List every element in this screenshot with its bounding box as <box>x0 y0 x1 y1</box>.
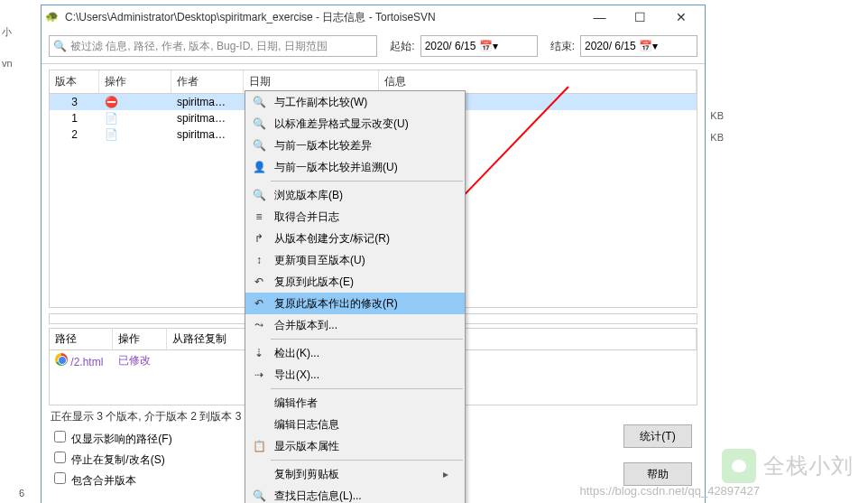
stats-button[interactable]: 统计(T) <box>623 424 692 448</box>
menu-item-icon: ⇣ <box>249 347 269 359</box>
menu-item[interactable]: ≡取得合并日志 <box>245 206 465 228</box>
menu-item-label: 复原此版本作出的修改(R) <box>269 296 448 312</box>
pcell-path: /2.html <box>50 350 113 371</box>
menu-item[interactable]: 🔍查找日志信息(L)... <box>245 485 465 503</box>
chrome-icon <box>55 353 68 366</box>
menu-item-icon: 🔍 <box>249 189 269 201</box>
menu-item-label: 导出(X)... <box>269 368 448 383</box>
menu-item[interactable]: 📋显示版本属性 <box>245 435 465 457</box>
menu-item[interactable]: 🔍以标准差异格式显示改变(U) <box>245 113 465 135</box>
menu-item[interactable]: ⇢导出(X)... <box>245 364 465 386</box>
menu-item-label: 浏览版本库(B) <box>269 188 448 203</box>
menu-item-label: 更新项目至版本(U) <box>269 253 448 268</box>
cell-author: spiritma… <box>171 126 244 145</box>
cell-author: spiritma… <box>171 94 244 110</box>
menu-item-label: 检出(K)... <box>269 346 448 361</box>
cell-rev: 2 <box>50 126 99 145</box>
bg-num-text: 6 <box>19 488 24 498</box>
menu-item-icon: 🔍 <box>249 489 269 502</box>
end-date-value: 2020/ 6/15 <box>585 40 639 52</box>
menu-item-icon: ↶ <box>249 275 269 288</box>
menu-item-label: 以标准差异格式显示改变(U) <box>269 116 448 132</box>
cell-op: 📄 <box>99 126 171 145</box>
calendar-icon: 📅▾ <box>639 40 693 52</box>
menu-item-label: 编辑日志信息 <box>269 417 448 433</box>
app-icon: 🐢 <box>45 10 60 24</box>
menu-item[interactable]: ↕更新项目至版本(U) <box>245 249 465 271</box>
filter-input[interactable]: 🔍 被过滤 信息, 路径, 作者, 版本, Bug-ID, 日期, 日期范围 <box>49 35 377 57</box>
menu-item[interactable]: 🔍与前一版本比较差异 <box>245 135 465 156</box>
watermark: 全栈小刘 <box>722 449 854 483</box>
col-op[interactable]: 操作 <box>99 70 171 93</box>
menu-item-label: 显示版本属性 <box>269 439 448 454</box>
menu-item[interactable]: ⤳合并版本到... <box>245 314 465 336</box>
close-button[interactable]: ✕ <box>660 5 701 29</box>
menu-item-icon: ⤳ <box>249 319 269 331</box>
menu-item-label: 复原到此版本(E) <box>269 275 448 290</box>
menu-item[interactable]: 🔍浏览版本库(B) <box>245 184 465 206</box>
cell-op: ⛔ <box>99 94 171 110</box>
submenu-arrow-icon: ▸ <box>443 468 448 480</box>
cell-author: spiritma… <box>171 110 244 126</box>
bg-kb1: KB <box>710 110 724 121</box>
pcol-op[interactable]: 操作 <box>113 329 167 349</box>
minimize-button[interactable]: — <box>579 5 620 29</box>
menu-item[interactable]: 🔍与工作副本比较(W) <box>245 91 465 113</box>
start-date-picker[interactable]: 2020/ 6/15 📅▾ <box>420 35 538 57</box>
menu-item-icon: 📋 <box>249 440 269 452</box>
calendar-icon: 📅▾ <box>479 40 533 52</box>
menu-item[interactable]: ↱从版本创建分支/标记(R) <box>245 228 465 249</box>
menu-item-icon: 🔍 <box>249 96 269 108</box>
pcell-copy <box>167 350 248 371</box>
col-rev[interactable]: 版本 <box>50 70 99 93</box>
menu-item-icon: ↶ <box>249 297 269 310</box>
menu-item[interactable]: 👤与前一版本比较并追溯(U) <box>245 156 465 178</box>
pcell-op: 已修改 <box>113 350 167 371</box>
menu-item-icon: ≡ <box>249 210 269 223</box>
menu-item-label: 复制到剪贴板 <box>269 467 443 482</box>
filter-placeholder: 被过滤 信息, 路径, 作者, 版本, Bug-ID, 日期, 日期范围 <box>70 39 328 54</box>
menu-item[interactable]: 复制到剪贴板▸ <box>245 463 465 485</box>
start-date-value: 2020/ 6/15 <box>425 40 479 52</box>
context-menu: 🔍与工作副本比较(W)🔍以标准差异格式显示改变(U)🔍与前一版本比较差异👤与前一… <box>245 90 466 503</box>
bg-vn-text: vn <box>2 58 13 69</box>
end-date-picker[interactable]: 2020/ 6/15 📅▾ <box>580 35 697 57</box>
menu-item-label: 与前一版本比较差异 <box>269 138 448 154</box>
menu-item-icon: ↕ <box>249 254 269 266</box>
window-title: C:\Users\Administrator\Desktop\spiritmar… <box>65 10 579 25</box>
filter-toolbar: 🔍 被过滤 信息, 路径, 作者, 版本, Bug-ID, 日期, 日期范围 起… <box>42 29 705 64</box>
bg-kb2: KB <box>710 132 724 143</box>
menu-item-label: 与前一版本比较并追溯(U) <box>269 160 448 175</box>
menu-item-label: 合并版本到... <box>269 318 448 333</box>
menu-item[interactable]: 编辑作者 <box>245 392 465 414</box>
maximize-button[interactable]: ☐ <box>620 5 660 29</box>
pcol-copy[interactable]: 从路径复制 <box>167 329 248 349</box>
col-author[interactable]: 作者 <box>171 70 244 93</box>
bg-left-text: 小 <box>2 25 12 39</box>
cell-rev: 3 <box>50 94 99 110</box>
menu-item[interactable]: ↶复原此版本作出的修改(R) <box>245 293 465 314</box>
pcol-path[interactable]: 路径 <box>50 329 113 349</box>
menu-item-label: 取得合并日志 <box>269 210 448 225</box>
menu-item-label: 编辑作者 <box>269 396 448 411</box>
menu-item-icon: 👤 <box>249 161 269 173</box>
menu-item-icon: 🔍 <box>249 117 269 130</box>
search-icon: 🔍 <box>53 40 67 52</box>
menu-item[interactable]: 编辑日志信息 <box>245 414 465 435</box>
cell-rev: 1 <box>50 110 99 126</box>
wechat-icon <box>722 449 756 483</box>
menu-item-icon: ↱ <box>249 232 269 245</box>
help-button[interactable]: 帮助 <box>623 462 692 486</box>
menu-item-label: 查找日志信息(L)... <box>269 489 448 504</box>
menu-item[interactable]: ↶复原到此版本(E) <box>245 271 465 293</box>
start-label: 起始: <box>390 39 414 54</box>
end-label: 结束: <box>550 39 575 54</box>
menu-item-label: 从版本创建分支/标记(R) <box>269 231 448 247</box>
menu-item-icon: ⇢ <box>249 368 269 381</box>
menu-item-label: 与工作副本比较(W) <box>269 95 448 110</box>
menu-item-icon: 🔍 <box>249 139 269 152</box>
titlebar: 🐢 C:\Users\Administrator\Desktop\spiritm… <box>42 5 705 29</box>
cell-op: 📄 <box>99 110 171 126</box>
menu-item[interactable]: ⇣检出(K)... <box>245 342 465 364</box>
